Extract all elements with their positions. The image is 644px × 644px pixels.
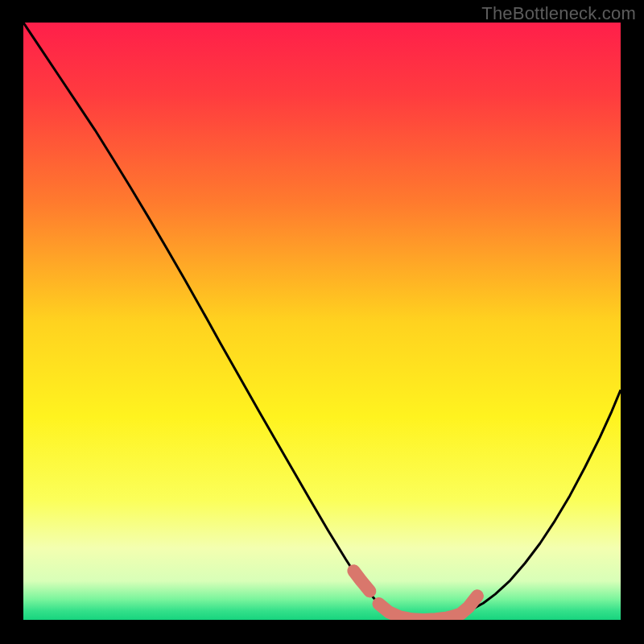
bottleneck-chart [23, 23, 621, 620]
gradient-background [23, 23, 621, 620]
chart-frame [23, 23, 621, 620]
watermark-text: TheBottleneck.com [481, 3, 636, 24]
